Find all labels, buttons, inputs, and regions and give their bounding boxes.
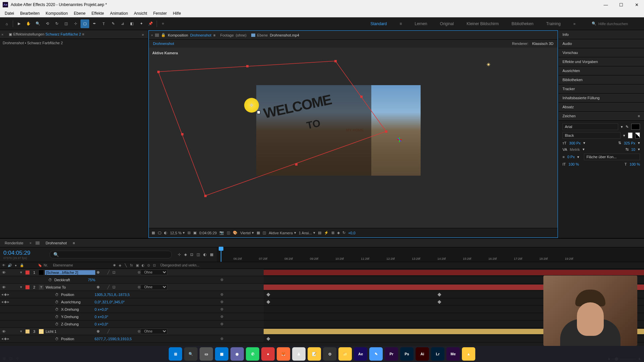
taskbar-app[interactable]: 🔍 [184,347,198,361]
panel-bibliotheken[interactable]: Bibliotheken [558,75,644,84]
current-time[interactable]: 0:04:05:29 07379 (29.97 fps) [0,247,47,262]
taskbar-app[interactable]: 📝 [308,347,321,361]
next-key-icon[interactable]: ▸ [7,337,9,341]
taskbar-app[interactable]: ● [261,347,275,361]
selection-handle[interactable] [385,130,387,133]
panel-content-fill[interactable]: Inhaltsbasierte Füllung [558,94,644,103]
parent-dropdown[interactable]: Ohne [141,328,167,334]
fill-color[interactable] [631,124,640,130]
chevron-down-icon[interactable]: ▾ [623,133,625,138]
panel-ausrichten[interactable]: Ausrichten [558,66,644,75]
region-icon[interactable]: ◫ [227,231,230,235]
label-color[interactable] [25,285,30,289]
add-key-icon[interactable]: ◆ [4,300,7,304]
keyframe-icon[interactable] [266,300,270,304]
exposure-reset-icon[interactable]: ↻ [342,231,345,235]
switch-icon[interactable]: ⊡ [152,263,157,267]
eye-column-icon[interactable]: 👁 [1,263,6,267]
visibility-toggle[interactable]: 👁 [1,329,6,334]
panel-overflow-icon[interactable]: » [139,31,147,38]
maximize-button[interactable]: ☐ [616,2,626,7]
chevron-down-icon[interactable]: ▾ [638,147,640,152]
property-value[interactable]: 75% [88,278,95,282]
exposure-value[interactable]: +0,0 [348,231,356,235]
lock-icon[interactable]: 🔒 [161,33,166,37]
3d-switch-icon[interactable]: ⊡ [112,285,115,289]
font-style-dropdown[interactable]: Black [562,132,621,139]
swap-color-icon[interactable] [635,132,640,138]
workspace-kleiner[interactable]: Kleiner Bildschirm [463,20,502,27]
timeline-comp-tab[interactable]: Drohnenshot [44,240,69,246]
lock-column-icon[interactable]: 🔒 [19,263,24,267]
stopwatch-icon[interactable]: ⏱ [55,337,59,341]
axis-gizmo-icon[interactable] [397,139,403,145]
viewport[interactable]: Aktive Kamera ✴ WELCOME TO MY HOME [149,48,557,228]
selection-handle[interactable] [334,60,337,62]
selection-handle[interactable] [204,195,207,197]
menu-ansicht[interactable]: Ansicht [131,10,150,16]
eyedropper-icon[interactable]: ✎ [626,125,629,129]
workspace-standard[interactable]: Standard [367,20,390,27]
expression-pickwhip-icon[interactable]: ⊚ [220,314,223,319]
taskbar-app[interactable]: 🦊 [277,347,290,361]
expression-pickwhip-icon[interactable]: ⊚ [220,322,223,326]
tab-close-icon[interactable]: × [30,241,32,245]
draft-icon[interactable]: ◈ [337,231,340,235]
comp-tab-komposition[interactable]: × 🔒 Komposition Drohnenshot ≡ [151,33,215,37]
visibility-toggle[interactable]: 👁 [1,285,6,289]
stroke-color[interactable] [628,132,633,138]
stopwatch-icon[interactable]: ⏱ [55,315,59,319]
twirl-icon[interactable]: ▾ [20,285,24,289]
taskbar-app[interactable]: ▭ [200,347,213,361]
switch-icon[interactable]: fx [129,263,134,267]
expression-pickwhip-icon[interactable]: ⊚ [220,300,223,304]
taskbar-app[interactable]: ◉ [230,347,244,361]
property-value[interactable]: 0 x+0,0° [95,315,108,319]
hide-shy-icon[interactable]: ⊡ [190,252,193,257]
comp-tab-ebene[interactable]: Ebene Drohnenshot.mp4 [251,33,299,37]
panel-absatz[interactable]: Absatz [558,103,644,112]
grid-toggle-icon[interactable]: ▦ [152,231,155,235]
taskbar-app[interactable]: ✎ [369,347,383,361]
frame-blend-icon[interactable]: ◫ [197,252,200,257]
chevron-down-icon[interactable]: ▾ [583,141,585,145]
parent-dropdown[interactable]: Ohne [141,269,167,275]
switch-icon[interactable]: ╱ [107,270,110,275]
snapshot-icon[interactable]: 📷 [219,231,224,235]
chevron-down-icon[interactable]: ▾ [621,125,623,129]
keyframe-icon[interactable] [266,293,270,296]
timeline-ruler[interactable]: 06:29f07:29f08:29f09:29f10:29f11:29f12:2… [217,247,644,262]
comp-tab-footage[interactable]: Footage (ohne) [220,33,246,37]
label-color[interactable] [25,329,30,334]
3d-icon[interactable]: ⊞ [331,231,334,235]
property-value[interactable]: 0 x+0,0° [95,322,108,326]
property-name[interactable]: Y-Drehung [61,315,91,319]
layer-track[interactable] [264,269,644,276]
mask-icon[interactable]: ◐ [164,231,167,235]
draft3d-icon[interactable]: ◈ [184,252,187,257]
property-name[interactable]: X-Drehung [61,307,91,311]
taskbar-app[interactable]: Lr [431,347,444,361]
switch-icon[interactable]: ◐ [141,263,145,267]
layer-name[interactable]: Welcome To [45,285,95,289]
visibility-toggle[interactable]: 👁 [1,270,6,275]
light-gizmo-icon[interactable]: ✴ [486,61,491,68]
3d-switch-icon[interactable]: ⊡ [112,270,115,275]
camera-tool-icon[interactable]: ◫ [62,19,70,28]
audio-column-icon[interactable]: 🔊 [7,263,12,267]
panel-vorschau[interactable]: Vorschau [558,48,644,57]
fast-icon[interactable]: ⚡ [324,231,329,235]
next-key-icon[interactable]: ▸ [7,300,9,304]
expression-pickwhip-icon[interactable]: ⊚ [220,337,223,341]
graph-editor-icon[interactable]: ▦ [210,252,213,257]
parent-pickwhip-icon[interactable]: ⊚ [138,329,141,334]
help-search[interactable]: 🔍 [592,21,642,26]
property-name[interactable]: Ausrichtung [61,300,91,304]
stamp-tool-icon[interactable]: ⊿ [118,19,127,28]
switch-icon[interactable]: ✱ [112,263,117,267]
expression-pickwhip-icon[interactable]: ⊚ [220,278,223,282]
selection-handle[interactable] [246,65,249,67]
panel-effekte[interactable]: Effekte und Vorgaben [558,57,644,66]
property-value[interactable]: 1305,3,751,8,-1873,5 [95,293,130,297]
minimize-button[interactable]: — [601,2,610,7]
